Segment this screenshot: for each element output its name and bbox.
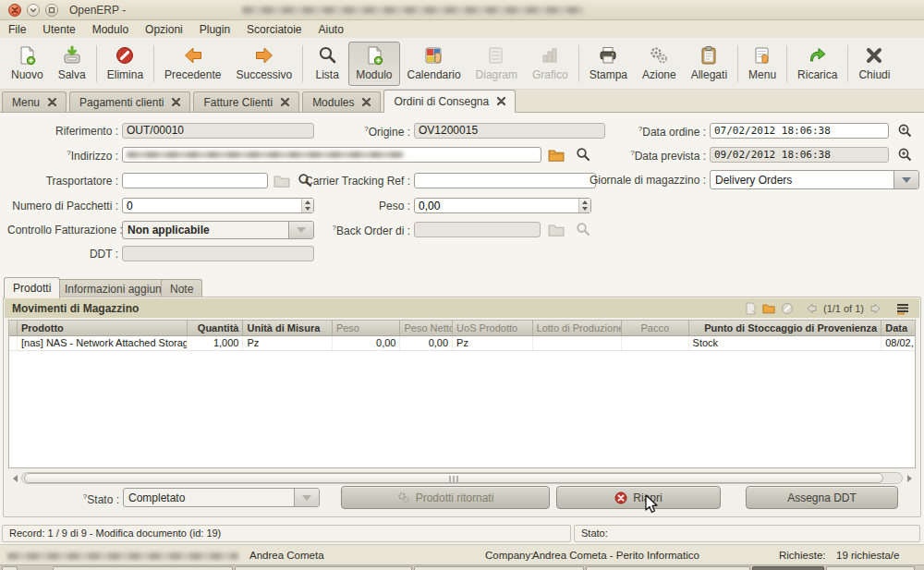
toolbar-successivo-button[interactable]: Successivo [228, 42, 299, 86]
menu-plugin[interactable]: Plugin [191, 22, 238, 37]
toolbar-menu-button[interactable]: Menu [741, 42, 784, 86]
data-ordine-field[interactable]: 07/02/2012 18:06:38 [710, 123, 889, 139]
tab-modules[interactable]: Modules [302, 91, 381, 112]
tab-label: Ordini di Consegna [394, 95, 489, 108]
spinner-arrows[interactable] [578, 199, 590, 212]
column-header-lotto-di-produzione[interactable]: Lotto di Produzione [533, 321, 622, 335]
menu-utente[interactable]: Utente [34, 22, 83, 37]
carrier-tracking-ref-field[interactable] [414, 173, 596, 188]
date-zoom-icon[interactable] [897, 147, 914, 162]
menu-modulo[interactable]: Modulo [84, 22, 137, 37]
form-area: Riferimento : OUT/00010 ?Origine : OV120… [0, 113, 924, 523]
menu-scorciatoie[interactable]: Scorciatoie [238, 22, 310, 37]
taskbar-button-active[interactable] [752, 566, 824, 570]
record-status-text: Record: 1 / 9 di 9 - Modifica documento … [9, 528, 221, 539]
trasportatore-field[interactable] [122, 173, 268, 188]
footer-requests-label[interactable]: Richieste: [779, 550, 826, 561]
menu-file[interactable]: File [0, 22, 34, 37]
tab-ordini-di-consegna[interactable]: Ordini di Consegna [383, 90, 516, 113]
combo-dropdown-button[interactable] [894, 171, 918, 188]
notebook-tab-prodotti[interactable]: Prodotti [4, 277, 60, 298]
tab-close-icon[interactable] [172, 98, 180, 106]
tab-close-icon[interactable] [48, 98, 56, 106]
toolbar-precedente-button[interactable]: Precedente [157, 42, 228, 86]
new-row-icon-disabled [744, 302, 757, 315]
search-record-icon-disabled [575, 222, 591, 236]
column-header-peso[interactable]: Peso [333, 321, 401, 335]
scroll-right-icon[interactable] [903, 472, 916, 484]
scrollbar-thumb[interactable] [24, 473, 883, 483]
tab-label: Menu [12, 96, 40, 109]
open-row-folder-icon[interactable] [762, 302, 775, 315]
date-zoom-icon[interactable] [897, 123, 914, 138]
numero-pacchetti-spinner[interactable]: 0 [122, 198, 314, 213]
menu-opzioni[interactable]: Opzioni [137, 22, 191, 37]
column-header-data[interactable]: Data [881, 321, 915, 335]
assegna-ddt-button[interactable]: Assegna DDT [746, 486, 898, 509]
data-prevista-label: ?Data prevista : [580, 149, 706, 163]
window-close-button[interactable] [8, 4, 21, 17]
taskbar-button[interactable] [53, 566, 233, 570]
open-record-folder-icon[interactable] [548, 148, 565, 163]
cell-prodotto: [nas] NAS - Network Attached Storage [18, 336, 188, 350]
window-maximize-button[interactable] [45, 4, 58, 17]
toolbar-salva-button[interactable]: Salva [51, 42, 93, 86]
movimenti-table: Prodotto Quantità Unità di Misura Peso P… [8, 320, 916, 468]
column-header-uos-prodotto[interactable]: UoS Prodotto [453, 321, 532, 335]
horizontal-scrollbar[interactable] [8, 471, 916, 485]
scrollbar-trough[interactable] [21, 472, 903, 484]
taskbar-button[interactable] [826, 566, 915, 570]
titlebar: OpenERP - [0, 0, 924, 20]
delete-icon [115, 45, 135, 66]
list-search-icon [317, 45, 337, 66]
notebook-tab-note[interactable]: Note [161, 279, 202, 298]
mouse-cursor [644, 494, 658, 515]
tab-pagamenti-clienti[interactable]: Pagamenti clienti [69, 91, 190, 112]
column-header-pacco[interactable]: Pacco [622, 321, 689, 335]
tab-close-icon[interactable] [362, 98, 371, 106]
column-header-unita-di-misura[interactable]: Unità di Misura [243, 321, 332, 335]
tab-fatture-clienti[interactable]: Fatture Clienti [193, 91, 299, 112]
riferimento-label: Riferimento : [7, 125, 118, 138]
button-label: Assegna DDT [787, 491, 857, 504]
toolbar-chiudi-button[interactable]: Chiudi [851, 42, 897, 86]
taskbar-button[interactable] [235, 566, 412, 570]
footer-requests-value[interactable]: 19 richiesta/e [836, 550, 899, 561]
indirizzo-field[interactable] [122, 147, 541, 163]
toolbar-nuovo-button[interactable]: Nuovo [4, 42, 51, 86]
scroll-left-icon[interactable] [8, 472, 21, 484]
riapri-button[interactable]: Riapri [556, 486, 721, 509]
tab-close-icon[interactable] [497, 97, 505, 105]
table-row[interactable]: [nas] NAS - Network Attached Storage 1,0… [9, 336, 915, 351]
window-minimize-button[interactable] [27, 4, 40, 17]
column-header-quantita[interactable]: Quantità [188, 321, 244, 335]
column-header-punto-di-stoccaggio[interactable]: Punto di Stoccaggio di Provenienza [689, 321, 882, 335]
toolbar-elimina-button[interactable]: Elimina [100, 42, 151, 86]
toolbar-calendario-button[interactable]: Calendario [400, 42, 468, 86]
giornale-magazzino-combo[interactable]: Delivery Orders [710, 170, 919, 189]
tab-close-icon[interactable] [281, 98, 289, 106]
stato-status-text: Stato: [581, 528, 608, 539]
cancel-icon [614, 491, 627, 504]
statusbar-stato-frame: Stato: [574, 525, 920, 542]
toolbar-ricarica-button[interactable]: Ricarica [790, 42, 845, 86]
taskbar-button[interactable] [586, 566, 750, 570]
open-record-folder-icon-disabled [548, 223, 565, 237]
column-header-prodotto[interactable]: Prodotto [18, 321, 188, 335]
tab-menu[interactable]: Menu [2, 91, 67, 112]
taskbar-button[interactable] [2, 566, 18, 570]
toolbar-allegati-button[interactable]: Allegati [684, 42, 735, 86]
taskbar-button[interactable] [414, 566, 584, 570]
switch-view-icon[interactable] [895, 302, 910, 315]
toolbar-modulo-button[interactable]: Modulo [348, 42, 399, 86]
column-header-peso-netto[interactable]: Peso Netto [400, 321, 453, 335]
taskbar-edge [0, 564, 924, 570]
peso-spinner[interactable]: 0,00 [414, 198, 591, 213]
numero-pacchetti-value: 0 [127, 200, 133, 212]
toolbar-stampa-button[interactable]: Stampa [582, 42, 635, 86]
toolbar-azione-button[interactable]: Azione [635, 42, 684, 86]
toolbar-separator [302, 45, 303, 82]
menu-aiuto[interactable]: Aiuto [310, 22, 351, 37]
toolbar-lista-button[interactable]: Lista [306, 42, 348, 86]
chevron-down-icon [902, 177, 911, 183]
